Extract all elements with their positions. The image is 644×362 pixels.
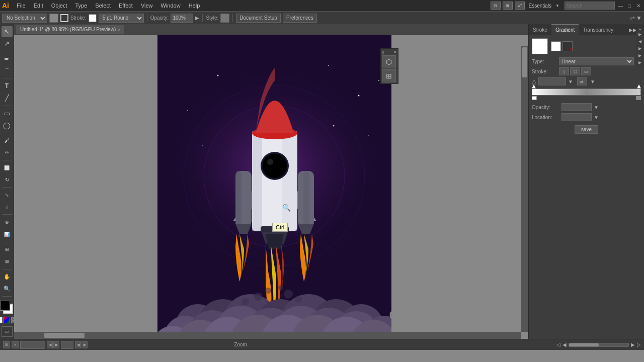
zoom-input[interactable]: 80.93% xyxy=(20,341,45,349)
options-icon[interactable]: ▼ xyxy=(636,15,642,22)
progress-bar[interactable] xyxy=(569,343,629,347)
menu-help[interactable]: Help xyxy=(185,0,204,11)
tool-pencil[interactable]: ✏ xyxy=(2,147,13,158)
menu-window[interactable]: Window xyxy=(157,0,184,11)
tool-rotate[interactable]: ↻ xyxy=(2,174,13,186)
menu-type[interactable]: Type xyxy=(72,0,91,11)
opacity-dropdown-icon[interactable]: ▼ xyxy=(594,105,599,110)
canvas-area[interactable]: Untitled-1* @ 80.95% (RGB/GPU Preview) × xyxy=(14,24,528,339)
mini-panel-btn2[interactable]: ⊞ xyxy=(382,69,396,82)
status-icon1[interactable]: ⊞ xyxy=(3,341,10,348)
mini-panel-close-icon[interactable]: ✕ xyxy=(393,50,397,54)
mini-panel-btn1[interactable]: ⬡ xyxy=(382,55,396,68)
tool-symbol[interactable]: ⊕ xyxy=(2,217,13,228)
zoom-prev-btn[interactable]: ◀ xyxy=(47,341,53,348)
tool-line[interactable]: ╱ xyxy=(2,93,13,104)
horizontal-scrollbar-thumb[interactable] xyxy=(44,333,85,338)
tool-pen[interactable]: ✒ xyxy=(2,53,13,64)
menu-view[interactable]: View xyxy=(137,0,156,11)
panel-icon3[interactable]: ▶ xyxy=(637,45,643,51)
tool-graph[interactable]: 📊 xyxy=(2,229,13,240)
fill-color-box[interactable] xyxy=(49,14,58,23)
mini-panel-toggle[interactable]: || xyxy=(382,50,384,54)
opacity-input[interactable] xyxy=(171,14,193,23)
tool-paintbrush[interactable]: 🖌 xyxy=(2,135,13,146)
draw-mode-btn[interactable]: ▭ xyxy=(2,326,13,337)
transparency-tab[interactable]: Transparency xyxy=(579,24,617,35)
artboard-next-btn[interactable]: ▶ xyxy=(82,341,88,348)
nav-start-btn[interactable]: ◁ xyxy=(556,342,560,347)
status-icon2[interactable]: ↗ xyxy=(12,341,19,348)
gradient-preview-swatch[interactable] xyxy=(532,38,548,54)
nav-next-btn[interactable]: ▶ xyxy=(631,342,635,347)
location-dropdown-icon[interactable]: ▼ xyxy=(594,115,599,120)
opacity-value-input[interactable] xyxy=(561,103,592,111)
menu-select[interactable]: Select xyxy=(92,0,114,11)
tool-curvature[interactable]: ⌒ xyxy=(2,65,13,76)
angle-dropdown-icon[interactable]: ▼ xyxy=(568,79,573,84)
opacity-expand-icon[interactable]: ▶ xyxy=(195,15,199,21)
preferences-button[interactable]: Preferences xyxy=(283,14,317,23)
stroke-opt2[interactable]: ⬡ xyxy=(570,67,580,75)
document-tab[interactable]: Untitled-1* @ 80.95% (RGB/GPU Preview) × xyxy=(16,25,124,34)
nav-end-btn[interactable]: ▷ xyxy=(637,342,641,347)
stroke-opt1[interactable]: | xyxy=(559,67,569,75)
tool-hand[interactable]: ✋ xyxy=(2,272,13,283)
gradient-swatch[interactable] xyxy=(4,317,10,323)
reverse-dropdown-icon[interactable]: ▼ xyxy=(590,79,595,84)
minimize-button[interactable]: — xyxy=(617,2,624,9)
tool-direct-selection[interactable]: ↗ xyxy=(2,38,13,49)
location-value-input[interactable] xyxy=(561,113,592,121)
panel-icon2[interactable]: ◀ xyxy=(637,38,643,44)
tool-scale[interactable]: ⤡ xyxy=(2,190,13,201)
tool-shaper[interactable]: ☆ xyxy=(2,202,13,213)
vertical-scrollbar[interactable] xyxy=(521,46,528,332)
tool-text[interactable]: T xyxy=(2,80,13,92)
panel-icon5[interactable]: ▶ xyxy=(637,59,643,65)
stroke-color-box[interactable] xyxy=(89,14,97,22)
selection-dropdown[interactable]: No Selection xyxy=(2,14,47,23)
tool-slice[interactable]: ⊠ xyxy=(2,256,13,267)
stroke-opt3[interactable]: ▭ xyxy=(581,67,591,75)
artboard-num-input[interactable]: 1 xyxy=(61,341,73,349)
angle-input[interactable]: -93.3° xyxy=(538,77,566,85)
none-swatch[interactable] xyxy=(0,317,3,323)
style-box[interactable] xyxy=(220,14,229,23)
gradient-bar[interactable] xyxy=(532,88,641,96)
menu-edit[interactable]: Edit xyxy=(30,0,47,11)
menu-object[interactable]: Object xyxy=(48,0,71,11)
save-button[interactable]: save xyxy=(575,125,598,134)
menu-effect[interactable]: Effect xyxy=(115,0,136,11)
doc-setup-button[interactable]: Document Setup xyxy=(236,14,281,23)
panel-icon1[interactable]: ▶ xyxy=(637,31,643,37)
canvas-scroll[interactable]: 🔍 Ctrl || ✕ ⬡ ⊞ xyxy=(14,35,528,339)
panel-icon4[interactable]: ▶ xyxy=(637,52,643,58)
workspace-dropdown-icon[interactable]: ▼ xyxy=(555,4,559,8)
stroke-size-select[interactable]: 5 pt. Round xyxy=(99,14,144,23)
fill-swatch[interactable] xyxy=(0,301,10,311)
horizontal-scrollbar[interactable] xyxy=(14,332,521,339)
artboard[interactable]: 🔍 Ctrl xyxy=(157,35,391,339)
zoom-next-btn[interactable]: ▶ xyxy=(53,341,59,348)
close-button[interactable]: ✕ xyxy=(635,2,642,9)
nav-prev-btn[interactable]: ◀ xyxy=(562,342,567,347)
gradient-tab[interactable]: Gradient xyxy=(551,24,579,35)
vertical-scrollbar-thumb[interactable] xyxy=(522,47,527,77)
stroke-tab[interactable]: Stroke xyxy=(529,24,551,35)
gradient-stop-right[interactable] xyxy=(636,96,641,100)
maximize-button[interactable]: □ xyxy=(626,2,633,9)
artboard-prev-btn[interactable]: ◀ xyxy=(75,341,81,348)
gradient-white-swatch[interactable] xyxy=(551,41,561,51)
gradient-type-select[interactable]: Linear xyxy=(559,57,634,65)
document-tab-close[interactable]: × xyxy=(118,27,120,32)
tool-selection[interactable]: ↖ xyxy=(2,26,13,37)
gradient-black-swatch[interactable]: ✕ xyxy=(562,41,573,51)
tool-artboard[interactable]: ⊞ xyxy=(2,244,13,255)
menu-file[interactable]: File xyxy=(13,0,29,11)
arrange-icon[interactable]: ⇌ xyxy=(630,15,635,22)
stroke-indicator[interactable] xyxy=(60,14,68,22)
tool-zoom[interactable]: 🔍 xyxy=(2,283,13,294)
tool-ellipse[interactable]: ◯ xyxy=(2,120,13,131)
search-input[interactable] xyxy=(565,2,615,10)
gradient-stop-left[interactable] xyxy=(532,96,537,100)
